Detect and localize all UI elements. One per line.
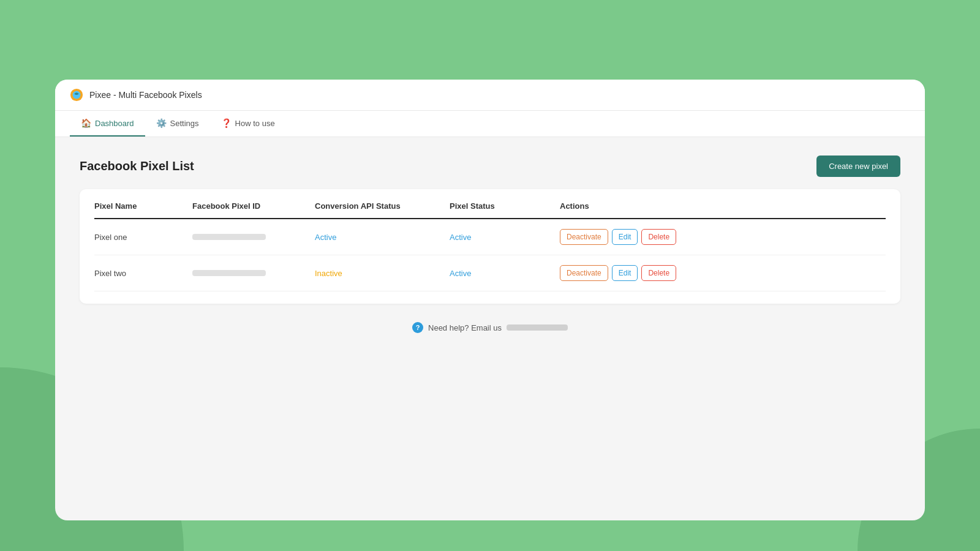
app-title: Pixee - Multi Facebook Pixels [89, 90, 202, 100]
edit-button-2[interactable]: Edit [612, 265, 638, 281]
help-icon: ? [412, 322, 423, 333]
deactivate-button-2[interactable]: Deactivate [560, 265, 608, 281]
help-footer: ? Need help? Email us [80, 322, 900, 333]
pixel-name-1: Pixel one [94, 233, 192, 242]
home-icon: 🏠 [81, 118, 91, 128]
gear-icon: ⚙️ [156, 118, 167, 128]
pixel-status-2: Active [450, 269, 560, 278]
col-pixel-name: Pixel Name [94, 201, 192, 211]
tab-settings[interactable]: ⚙️ Settings [145, 111, 210, 137]
deactivate-button-1[interactable]: Deactivate [560, 229, 608, 245]
help-text: Need help? Email us [428, 323, 502, 332]
tab-how-to-use[interactable]: ❓ How to use [210, 111, 286, 137]
content-area: Facebook Pixel List Create new pixel Pix… [55, 137, 925, 351]
actions-2: Deactivate Edit Delete [560, 265, 886, 281]
page-header: Facebook Pixel List Create new pixel [80, 156, 900, 177]
pixel-table-card: Pixel Name Facebook Pixel ID Conversion … [80, 189, 900, 304]
pixel-id-bar-2 [192, 270, 266, 276]
nav-tabs: 🏠 Dashboard ⚙️ Settings ❓ How to use [55, 111, 925, 137]
table-row: Pixel one Active Active Deactivate Edit … [94, 219, 886, 255]
col-actions: Actions [560, 201, 886, 211]
table-row: Pixel two Inactive Active Deactivate Edi… [94, 255, 886, 291]
delete-button-2[interactable]: Delete [641, 265, 676, 281]
table-header: Pixel Name Facebook Pixel ID Conversion … [94, 201, 886, 219]
col-pixel-id: Facebook Pixel ID [192, 201, 315, 211]
pixel-id-bar-1 [192, 234, 266, 240]
conversion-api-status-1: Active [315, 233, 450, 242]
edit-button-1[interactable]: Edit [612, 229, 638, 245]
app-logo [70, 88, 83, 102]
pixel-id-1 [192, 234, 315, 240]
col-conversion-api-status: Conversion API Status [315, 201, 450, 211]
delete-button-1[interactable]: Delete [641, 229, 676, 245]
create-new-pixel-button[interactable]: Create new pixel [816, 156, 900, 177]
app-header: Pixee - Multi Facebook Pixels [55, 80, 925, 111]
question-icon: ❓ [221, 118, 232, 128]
email-bar [507, 324, 568, 331]
page-title: Facebook Pixel List [80, 159, 194, 173]
pixel-name-2: Pixel two [94, 269, 192, 278]
pixel-id-2 [192, 270, 315, 276]
main-card: Pixee - Multi Facebook Pixels 🏠 Dashboar… [55, 80, 925, 520]
tab-dashboard[interactable]: 🏠 Dashboard [70, 111, 145, 137]
conversion-api-status-2: Inactive [315, 269, 450, 278]
actions-1: Deactivate Edit Delete [560, 229, 886, 245]
pixel-status-1: Active [450, 233, 560, 242]
col-pixel-status: Pixel Status [450, 201, 560, 211]
